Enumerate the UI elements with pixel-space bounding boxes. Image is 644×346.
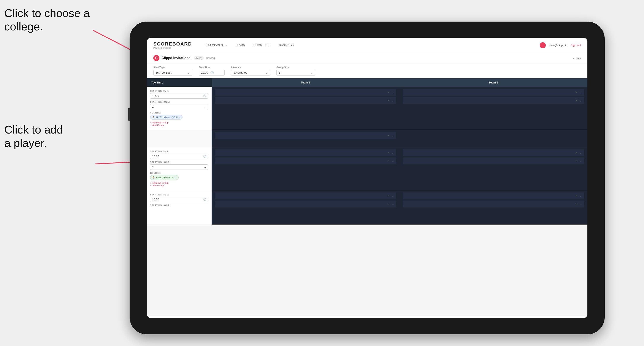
chevron-icon-12[interactable]: ⌄ — [580, 202, 582, 206]
chevron-icon-4[interactable]: ⌄ — [580, 99, 582, 102]
player-slot-1-2[interactable]: ✕ ⌄ — [215, 97, 396, 104]
player-slot-5-1[interactable]: ✕ ⌄ — [215, 192, 396, 199]
tab-tournaments[interactable]: TOURNAMENTS — [201, 42, 231, 49]
x-icon-4[interactable]: ✕ — [575, 99, 578, 102]
starting-hole-input-2[interactable]: 1 ⌄ — [150, 164, 208, 170]
sign-out-link[interactable]: Sign out — [570, 44, 581, 47]
annotation-top: Click to choose a college. — [4, 6, 90, 33]
app-header: SCOREBOARD Powered by clippd TOURNAMENTS… — [147, 38, 588, 53]
tab-rankings[interactable]: RANKINGS — [275, 42, 298, 49]
intervals-select[interactable]: 10 Minutes ⌄ — [231, 70, 270, 75]
start-time-label: Start Time — [199, 66, 224, 69]
x-icon-7[interactable]: ✕ — [575, 151, 578, 155]
remove-group-2[interactable]: ○ Remove Group — [150, 182, 208, 184]
minus-icon-1: ○ — [150, 121, 152, 124]
chevron-down-course2: ⌄ — [175, 176, 177, 179]
player-slot-2-1[interactable]: ✕ ⌄ — [403, 89, 584, 96]
player-slot-1-1[interactable]: ✕ ⌄ — [215, 89, 396, 96]
starting-hole-input-1[interactable]: 1 ⌄ — [150, 104, 208, 109]
th-team1: Team 1 — [212, 78, 400, 87]
add-group-1[interactable]: + Add Group — [150, 124, 208, 126]
chevron-icon-5[interactable]: ⌄ — [392, 151, 394, 155]
player-slot-6-1[interactable]: ✕ ⌄ — [403, 192, 584, 199]
x-icon-9[interactable]: ✕ — [387, 194, 390, 198]
sub-header-left: C Clippd Invitational (Men) Hosting — [153, 55, 215, 61]
x-icon[interactable]: ✕ — [387, 91, 390, 94]
chevron-icon-2[interactable]: ⌄ — [392, 99, 394, 102]
player-slot-3-1[interactable]: ✕ ⌄ — [215, 149, 396, 156]
logo-sub: Powered by clippd — [153, 47, 192, 49]
intervals-label: Intervals — [231, 66, 270, 69]
nav-tabs: TOURNAMENTS TEAMS COMMITTEE RANKINGS — [201, 42, 540, 49]
course-tag-remove-1[interactable]: × — [176, 116, 178, 119]
logo-main: SCOREBOARD — [153, 41, 192, 47]
course-tag-icon-2: 🏌 — [152, 176, 155, 179]
clippd-logo: C — [153, 55, 160, 61]
team2-cell-row2: ✕ ⌄ ✕ ⌄ — [400, 147, 588, 190]
player-slot-6-2[interactable]: ✕ ⌄ — [403, 201, 584, 207]
tournament-title: Clippd Invitational — [162, 56, 192, 60]
course-tag-icon-1: 🏌 — [152, 116, 155, 119]
course-tag-1[interactable]: 🏌 (A) Peachtree GC × ⌄ — [150, 115, 182, 120]
x-icon-5[interactable]: ✕ — [387, 151, 390, 155]
team2-cell-row1: ✕ ⌄ ✕ ⌄ — [400, 87, 588, 130]
chevron-icon-11[interactable]: ⌄ — [580, 194, 582, 198]
start-time-input[interactable]: 10:00 🕐 — [199, 70, 224, 75]
chevron-icon-7[interactable]: ⌄ — [580, 151, 582, 155]
intervals-group: Intervals 10 Minutes ⌄ — [231, 66, 270, 75]
start-type-select[interactable]: 1st Tee Start ⌄ — [153, 70, 192, 75]
tab-teams[interactable]: TEAMS — [231, 42, 249, 49]
player-slot-5-2[interactable]: ✕ ⌄ — [215, 201, 396, 207]
tablet-screen: SCOREBOARD Powered by clippd TOURNAMENTS… — [147, 38, 588, 318]
x-icon-10[interactable]: ✕ — [387, 202, 390, 206]
team1-cell-row2: ✕ ⌄ ✕ ⌄ — [212, 147, 400, 190]
x-icon-8[interactable]: ✕ — [575, 159, 578, 163]
header-right: blair@clippd.io Sign out — [540, 42, 581, 48]
x-icon-12[interactable]: ✕ — [575, 202, 578, 206]
back-button[interactable]: ‹ Back — [573, 56, 581, 60]
player-slot-4-1[interactable]: ✕ ⌄ — [403, 149, 584, 156]
add-group-2[interactable]: + Add Group — [150, 184, 208, 187]
tab-committee[interactable]: COMMITTEE — [249, 42, 275, 49]
starting-time-input-3[interactable]: 10:20 🕐 — [150, 197, 208, 202]
chevron-icon-9[interactable]: ⌄ — [392, 194, 394, 198]
controls-bar: Start Type 1st Tee Start ⌄ Start Time 10… — [147, 63, 588, 78]
plus-icon-2: + — [150, 184, 152, 187]
group-size-group: Group Size 3 ⌄ — [276, 66, 315, 75]
remove-group-1[interactable]: ○ Remove Group — [150, 121, 208, 124]
chevron-icon-3[interactable]: ⌄ — [580, 91, 582, 94]
hosting-badge: Hosting — [206, 56, 215, 59]
player-slot-2-2[interactable]: ✕ ⌄ — [403, 97, 584, 104]
chevron-icon-8[interactable]: ⌄ — [580, 159, 582, 163]
player-slot-4-2[interactable]: ✕ ⌄ — [403, 158, 584, 164]
start-type-label: Start Type — [153, 66, 192, 69]
clock-icon-row3: 🕐 — [203, 198, 206, 201]
chevron-icon[interactable]: ⌄ — [392, 91, 394, 94]
x-icon-11[interactable]: ✕ — [575, 194, 578, 198]
clock-icon-row2: 🕐 — [203, 155, 206, 158]
starting-time-input-2[interactable]: 10:10 🕐 — [150, 154, 208, 159]
table-row: STARTING TIME: 10:00 🕐 STARTING HOLE: 1 … — [147, 87, 588, 130]
x-icon-3[interactable]: ✕ — [575, 91, 578, 94]
chevron-icon-e1[interactable]: ⌄ — [392, 134, 394, 137]
course-tag-remove-2[interactable]: × — [172, 176, 174, 179]
course-tag-2[interactable]: 🏌 East Lake GC × ⌄ — [150, 175, 178, 180]
start-time-group: Start Time 10:00 🕐 — [199, 66, 224, 75]
chevron-icon-6[interactable]: ⌄ — [392, 159, 394, 163]
tournament-gender-badge: (Men) — [194, 56, 204, 60]
starting-hole-label-2: STARTING HOLE: — [150, 161, 208, 164]
group-size-select[interactable]: 3 ⌄ — [276, 70, 315, 75]
tee-row-3-left: STARTING TIME: 10:20 🕐 STARTING HOLE: — [147, 190, 212, 225]
tee-row-1-left: STARTING TIME: 10:00 🕐 STARTING HOLE: 1 … — [147, 87, 212, 130]
team2-cell-row3: ✕ ⌄ ✕ ⌄ — [400, 190, 588, 225]
user-email: blair@clippd.io — [549, 44, 567, 47]
chevron-icon-hole1: ⌄ — [204, 105, 206, 108]
x-icon-2[interactable]: ✕ — [387, 99, 390, 102]
x-icon-6[interactable]: ✕ — [387, 159, 390, 163]
player-slot-extra-1[interactable]: ✕ ⌄ — [215, 132, 396, 139]
x-icon-e1[interactable]: ✕ — [387, 134, 390, 137]
chevron-icon-10[interactable]: ⌄ — [392, 202, 394, 206]
player-slot-3-2[interactable]: ✕ ⌄ — [215, 158, 396, 164]
starting-time-input-1[interactable]: 10:00 🕐 — [150, 93, 208, 99]
minus-icon-2: ○ — [150, 182, 152, 184]
